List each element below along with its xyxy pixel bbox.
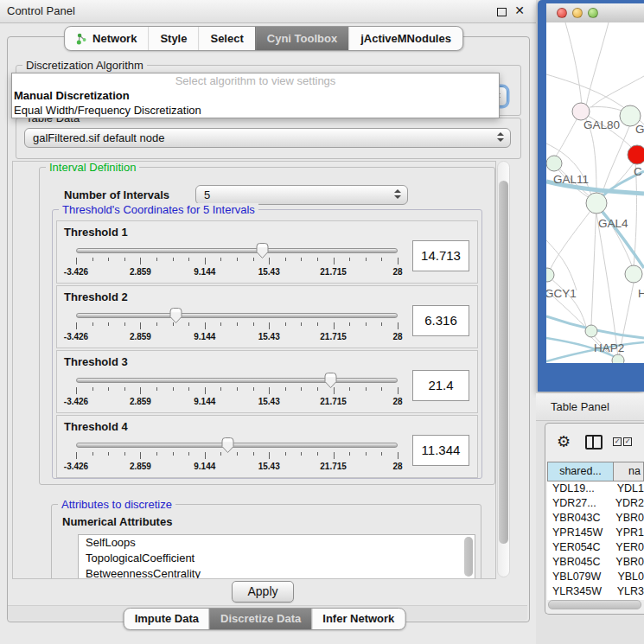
slider-track[interactable]: [76, 378, 398, 383]
tab-style[interactable]: Style: [148, 27, 198, 50]
float-icon[interactable]: [497, 8, 507, 16]
dropdown-option-equal-width-frequency[interactable]: Equal Width/Frequency Discretization: [12, 103, 499, 118]
tab-infer-network[interactable]: Infer Network: [311, 609, 405, 629]
threshold-value-field[interactable]: 6.316: [412, 305, 469, 336]
slider-thumb[interactable]: [323, 372, 338, 389]
threshold-value-field[interactable]: 14.713: [412, 240, 469, 271]
table-row[interactable]: YDL19...YDL1: [547, 481, 644, 496]
cyni-bottom-tabbar: Impute DataDiscretize DataInfer Network: [124, 608, 406, 630]
zoom-traffic-light[interactable]: [588, 8, 598, 18]
tab-network[interactable]: Network: [65, 27, 148, 50]
node-label-gal4: GAL4: [598, 217, 628, 230]
number-of-intervals-combobox[interactable]: 5: [195, 185, 408, 205]
tick-mark: [124, 258, 125, 261]
checkbox-icon[interactable]: ✓: [613, 437, 622, 446]
tick-label: 28: [392, 332, 402, 341]
table-row[interactable]: YER054CYER0: [547, 540, 644, 555]
threshold-slider[interactable]: -3.4262.8599.14415.4321.71528: [76, 242, 398, 280]
tick-mark: [108, 452, 109, 456]
dropdown-option-manual-discretization[interactable]: Manual Discretization: [12, 88, 499, 103]
slider-ticks: [76, 452, 398, 460]
network-tab-icon: [76, 33, 87, 45]
split-view-icon[interactable]: [585, 435, 603, 450]
number-of-intervals-label: Number of Intervals: [64, 188, 169, 201]
list-item-betweennesscentrality[interactable]: BetweennessCentrality: [79, 566, 475, 579]
network-node-h[interactable]: [625, 265, 642, 283]
list-item-topologicalcoefficient[interactable]: TopologicalCoefficient: [79, 551, 475, 566]
scrollbar-thumb[interactable]: [499, 181, 508, 544]
tab-impute-data[interactable]: Impute Data: [124, 609, 209, 629]
close-icon[interactable]: ✕: [514, 3, 525, 17]
tab-discretize-data[interactable]: Discretize Data: [209, 609, 311, 629]
threshold-slider[interactable]: -3.4262.8599.14415.4321.71528: [76, 372, 398, 410]
tab-select[interactable]: Select: [198, 27, 254, 50]
slider-thumb[interactable]: [255, 242, 270, 259]
tick-mark: [205, 452, 206, 459]
settings-scrollbar[interactable]: [497, 161, 510, 577]
cell-shared-name: YDR27...: [547, 496, 609, 511]
table-row[interactable]: YBR043CYBR0: [547, 511, 644, 526]
tick-mark: [140, 387, 141, 394]
tab-jactivemnodules[interactable]: jActiveMNodules: [348, 27, 462, 50]
tick-mark: [301, 452, 302, 456]
list-item-selfloops[interactable]: SelfLoops: [79, 535, 475, 551]
tick-mark: [334, 258, 335, 265]
checkbox-icon[interactable]: ✓: [623, 437, 632, 446]
node-label-gal11: GAL11: [553, 173, 589, 186]
tick-label: 21.715: [320, 267, 347, 277]
table-row[interactable]: YPR145WYPR1: [547, 526, 644, 540]
tick-label: -3.426: [64, 397, 88, 406]
network-node-gal4[interactable]: [586, 193, 607, 214]
table-row[interactable]: YDR27...YDR2: [547, 496, 644, 511]
network-node[interactable]: [612, 354, 624, 363]
cell-shared-name: YPR145W: [547, 526, 609, 540]
gear-icon[interactable]: ⚙: [557, 432, 571, 451]
slider-track[interactable]: [76, 313, 398, 318]
table-data-value: galFiltered.sif default node: [33, 131, 164, 144]
column-header-shared-name[interactable]: shared...: [547, 462, 614, 481]
tick-mark: [253, 322, 254, 326]
tick-mark: [140, 322, 141, 329]
discretization-algorithm-title: Discretization Algorithm: [22, 59, 147, 72]
tick-label: 28: [392, 462, 402, 471]
threshold-slider[interactable]: -3.4262.8599.14415.4321.71528: [76, 437, 398, 475]
tab-label: Style: [160, 27, 187, 50]
network-node-c[interactable]: [628, 145, 644, 164]
interval-definition-title: Interval Definition: [46, 161, 139, 174]
table-row[interactable]: YBL079WYBL0: [547, 570, 644, 584]
slider-track[interactable]: [76, 443, 398, 448]
threshold-slider[interactable]: -3.4262.8599.14415.4321.71528: [76, 307, 398, 345]
table-horizontal-scrollbar[interactable]: [548, 600, 641, 609]
tab-cyni-toolbox[interactable]: Cyni Toolbox: [255, 27, 348, 50]
tick-mark: [220, 258, 221, 261]
numerical-attributes-list[interactable]: SelfLoopsTopologicalCoefficientBetweenne…: [78, 534, 475, 579]
tick-mark: [349, 387, 350, 391]
list-scrollbar[interactable]: [464, 537, 473, 577]
network-node-gal80[interactable]: [572, 103, 590, 120]
network-node-hap2[interactable]: [585, 325, 597, 337]
network-node-gal11[interactable]: [546, 156, 562, 171]
close-traffic-light[interactable]: [557, 8, 567, 18]
table-row[interactable]: YLR345WYLR3: [547, 584, 644, 599]
cell-shared-name: YER054C: [547, 540, 609, 555]
table-row[interactable]: YBR045CYBR0: [547, 555, 644, 570]
tick-mark: [76, 322, 77, 329]
threshold-value-field[interactable]: 21.4: [412, 370, 469, 401]
table-panel: ⚙ ✓ ✓ shared... na YDL19...YDL1YDR27...Y…: [545, 423, 644, 615]
column-header-name[interactable]: na: [614, 462, 644, 481]
threshold-value-field[interactable]: 11.344: [412, 435, 469, 466]
tick-mark: [173, 258, 174, 261]
network-node-gcy1[interactable]: [546, 268, 554, 282]
table-data-combobox[interactable]: galFiltered.sif default node: [24, 128, 511, 148]
slider-thumb[interactable]: [220, 437, 235, 454]
slider-track[interactable]: [76, 248, 398, 253]
tick-mark: [334, 322, 335, 329]
apply-button[interactable]: Apply: [232, 581, 294, 603]
slider-thumb[interactable]: [169, 307, 183, 324]
minimize-traffic-light[interactable]: [572, 8, 583, 18]
tick-mark: [317, 258, 318, 261]
cell-name: YBR0: [609, 511, 644, 526]
tick-label: 2.859: [130, 267, 151, 277]
tick-mark: [317, 387, 318, 391]
network-canvas[interactable]: GAL80G.CGAL11GAL4GCY1HHAP2: [546, 22, 644, 363]
